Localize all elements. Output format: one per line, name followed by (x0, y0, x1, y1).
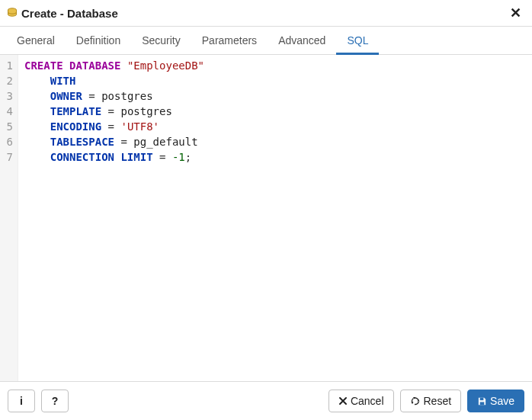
dialog-title: Create - Database (21, 7, 118, 20)
token-punct (24, 75, 50, 87)
code-line: TABLESPACE = pg_default (24, 134, 204, 149)
reset-label: Reset (424, 395, 452, 407)
token-punct: = (82, 90, 101, 102)
token-punct: = (101, 105, 120, 117)
dialog-footer: i ? Cancel Reset (0, 381, 532, 420)
line-number: 3 (3, 88, 13, 104)
token-punct: = (101, 120, 120, 133)
line-number: 1 (3, 58, 13, 73)
close-button[interactable]: ✕ (507, 5, 524, 21)
dialog-header: Create - Database ✕ (0, 0, 532, 27)
footer-right: Cancel Reset (328, 390, 524, 412)
code-line: ENCODING = 'UTF8' (24, 119, 204, 134)
code-line: OWNER = postgres (24, 88, 204, 104)
help-icon: ? (52, 395, 59, 407)
tab-general[interactable]: General (6, 27, 66, 55)
token-kw: CREATE DATABASE (24, 59, 120, 72)
token-kw2: TABLESPACE (50, 136, 114, 148)
token-ident: postgres (120, 105, 171, 117)
code-line: CONNECTION LIMIT = -1; (24, 149, 204, 165)
tab-advanced[interactable]: Advanced (268, 27, 336, 55)
line-number: 5 (3, 119, 13, 134)
line-number: 7 (3, 149, 13, 165)
save-label: Save (490, 395, 514, 407)
token-ident: pg_default (133, 136, 197, 148)
token-punct: ; (185, 151, 191, 163)
cancel-button[interactable]: Cancel (328, 390, 394, 412)
token-punct (24, 90, 50, 102)
token-punct (24, 105, 50, 117)
token-punct: = (153, 151, 172, 163)
tab-bar: GeneralDefinitionSecurityParametersAdvan… (0, 27, 532, 55)
tab-definition[interactable]: Definition (66, 27, 131, 55)
sql-editor[interactable]: 1234567 CREATE DATABASE "EmployeeDB" WIT… (0, 55, 532, 381)
reset-button[interactable]: Reset (400, 390, 462, 412)
line-number: 4 (3, 104, 13, 119)
token-ident: postgres (101, 90, 152, 102)
token-punct (120, 59, 127, 72)
code-area[interactable]: CREATE DATABASE "EmployeeDB" WITH OWNER … (18, 55, 210, 381)
token-kw2: ENCODING (50, 120, 101, 133)
token-punct (24, 136, 50, 148)
token-kw2: TEMPLATE (50, 105, 101, 117)
token-punct (24, 120, 50, 133)
token-punct: = (114, 136, 133, 148)
token-kw2: OWNER (50, 90, 82, 102)
token-str: 'UTF8' (120, 120, 159, 133)
close-icon (338, 396, 348, 406)
cancel-label: Cancel (351, 395, 384, 407)
token-num: -1 (172, 151, 185, 163)
tab-sql[interactable]: SQL (336, 27, 379, 55)
line-number: 2 (3, 73, 13, 88)
code-line: CREATE DATABASE "EmployeeDB" (24, 58, 204, 73)
tab-parameters[interactable]: Parameters (191, 27, 268, 55)
database-icon (6, 7, 18, 19)
line-gutter: 1234567 (0, 55, 18, 381)
info-button[interactable]: i (8, 390, 35, 412)
footer-left: i ? (8, 390, 69, 412)
header-left: Create - Database (6, 7, 118, 20)
line-number: 6 (3, 134, 13, 149)
token-str: "EmployeeDB" (127, 59, 204, 72)
info-icon: i (20, 395, 23, 407)
close-icon: ✕ (510, 5, 521, 21)
code-line: TEMPLATE = postgres (24, 104, 204, 119)
token-punct (24, 151, 50, 163)
recycle-icon (410, 396, 421, 406)
save-icon (477, 396, 487, 406)
save-button[interactable]: Save (467, 390, 524, 412)
token-kw2: WITH (50, 75, 76, 87)
token-kw2: CONNECTION LIMIT (50, 151, 153, 163)
code-line: WITH (24, 73, 204, 88)
svg-rect-1 (480, 397, 484, 399)
tab-security[interactable]: Security (131, 27, 191, 55)
help-button[interactable]: ? (41, 390, 69, 412)
svg-rect-2 (480, 402, 485, 405)
